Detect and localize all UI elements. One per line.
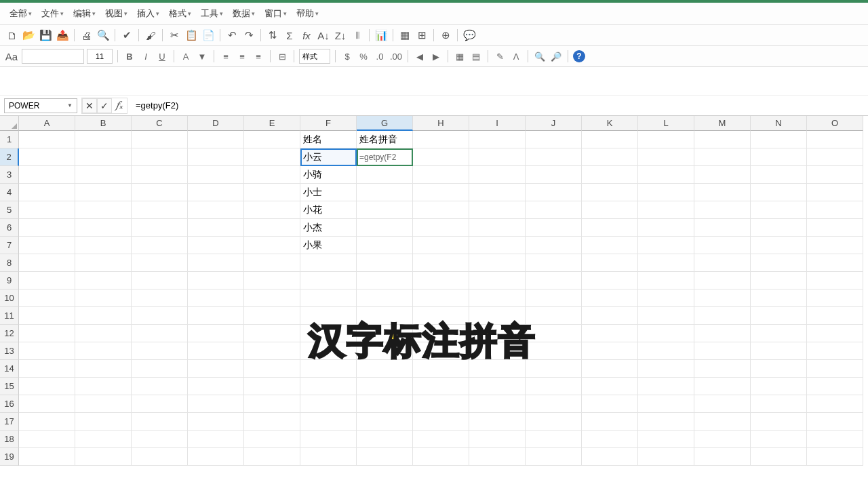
zoom-icon[interactable]: 🔎	[549, 49, 563, 63]
cell-J2[interactable]	[526, 148, 582, 166]
cell-N10[interactable]	[751, 289, 807, 307]
cell-M5[interactable]	[694, 201, 751, 219]
row-header-16[interactable]: 16	[0, 395, 19, 413]
cell-I18[interactable]	[469, 431, 526, 448]
cell-G6[interactable]	[357, 219, 413, 237]
print-icon[interactable]: 🖨	[79, 28, 94, 43]
export-icon[interactable]: 📤	[55, 28, 70, 43]
cell-J14[interactable]	[526, 360, 582, 378]
cell-F1[interactable]: 姓名	[300, 131, 357, 148]
cell-C10[interactable]	[132, 289, 188, 307]
cell-L18[interactable]	[638, 431, 694, 448]
cell-D18[interactable]	[188, 431, 244, 448]
cell-D11[interactable]	[188, 307, 244, 325]
cell-M8[interactable]	[694, 254, 751, 272]
cell-H7[interactable]	[413, 237, 469, 254]
cell-K12[interactable]	[582, 325, 638, 342]
new-icon[interactable]: 🗋	[4, 28, 19, 43]
cell-A17[interactable]	[19, 413, 75, 431]
select-all-corner[interactable]	[0, 116, 19, 131]
cell-B13[interactable]	[75, 342, 132, 360]
cell-A11[interactable]	[19, 307, 75, 325]
cell-K4[interactable]	[582, 184, 638, 201]
cell-D16[interactable]	[188, 395, 244, 413]
cell-E5[interactable]	[244, 201, 300, 219]
cell-O16[interactable]	[807, 395, 863, 413]
spell-icon[interactable]: ✔	[119, 28, 134, 43]
cell-F19[interactable]	[300, 448, 357, 466]
cell-D8[interactable]	[188, 254, 244, 272]
cell-B12[interactable]	[75, 325, 132, 342]
cell-A9[interactable]	[19, 272, 75, 289]
cell-D10[interactable]	[188, 289, 244, 307]
cell-C14[interactable]	[132, 360, 188, 378]
cell-H11[interactable]	[413, 307, 469, 325]
cell-J5[interactable]	[526, 201, 582, 219]
cell-E13[interactable]	[244, 342, 300, 360]
cell-F9[interactable]	[300, 272, 357, 289]
cell-I10[interactable]	[469, 289, 526, 307]
cell-N16[interactable]	[751, 395, 807, 413]
cell-C11[interactable]	[132, 307, 188, 325]
sum-icon[interactable]: Σ	[282, 28, 297, 43]
menu-data[interactable]: 数据▾	[229, 5, 259, 22]
cell-J17[interactable]	[526, 413, 582, 431]
cell-E9[interactable]	[244, 272, 300, 289]
cell-J12[interactable]	[526, 325, 582, 342]
col-header-I[interactable]: I	[469, 116, 526, 131]
cell-N1[interactable]	[751, 131, 807, 148]
cell-I7[interactable]	[469, 237, 526, 254]
cell-I13[interactable]	[469, 342, 526, 360]
cell-E15[interactable]	[244, 378, 300, 395]
cell-L2[interactable]	[638, 148, 694, 166]
cell-F13[interactable]	[300, 342, 357, 360]
cell-E14[interactable]	[244, 360, 300, 378]
percent-icon[interactable]: %	[357, 49, 370, 63]
cell-K2[interactable]	[582, 148, 638, 166]
cell-O11[interactable]	[807, 307, 863, 325]
cell-G8[interactable]	[357, 254, 413, 272]
fx-icon[interactable]: fx	[299, 28, 314, 43]
cell-H16[interactable]	[413, 395, 469, 413]
cell-N6[interactable]	[751, 219, 807, 237]
cell-style-select[interactable]	[299, 49, 330, 64]
decimal-inc-icon[interactable]: .0	[373, 49, 387, 63]
find-icon[interactable]: 🔍	[533, 49, 547, 63]
row-header-14[interactable]: 14	[0, 360, 19, 378]
cell-I6[interactable]	[469, 219, 526, 237]
cell-E12[interactable]	[244, 325, 300, 342]
cell-K17[interactable]	[582, 413, 638, 431]
cell-C15[interactable]	[132, 378, 188, 395]
cell-N14[interactable]	[751, 360, 807, 378]
row-header-9[interactable]: 9	[0, 272, 19, 289]
cell-K13[interactable]	[582, 342, 638, 360]
cell-G3[interactable]	[357, 166, 413, 184]
menu-all[interactable]: 全部▾	[5, 5, 36, 22]
cell-B16[interactable]	[75, 395, 132, 413]
cell-J6[interactable]	[526, 219, 582, 237]
cell-C6[interactable]	[132, 219, 188, 237]
cell-H12[interactable]	[413, 325, 469, 342]
cell-K18[interactable]	[582, 431, 638, 448]
cell-J1[interactable]	[526, 131, 582, 148]
cell-B1[interactable]	[75, 131, 132, 148]
cell-K8[interactable]	[582, 254, 638, 272]
cell-F17[interactable]	[300, 413, 357, 431]
cell-J4[interactable]	[526, 184, 582, 201]
cell-N3[interactable]	[751, 166, 807, 184]
cell-B9[interactable]	[75, 272, 132, 289]
cell-H1[interactable]	[413, 131, 469, 148]
formula-accept-button[interactable]: ✓	[97, 98, 112, 113]
cell-L19[interactable]	[638, 448, 694, 466]
fill-color-icon[interactable]: ▼	[195, 49, 209, 63]
cell-O1[interactable]	[807, 131, 863, 148]
cell-D17[interactable]	[188, 413, 244, 431]
cell-I17[interactable]	[469, 413, 526, 431]
cell-B10[interactable]	[75, 289, 132, 307]
cell-H10[interactable]	[413, 289, 469, 307]
cell-E7[interactable]	[244, 237, 300, 254]
cell-E2[interactable]	[244, 148, 300, 166]
cell-M7[interactable]	[694, 237, 751, 254]
cell-M12[interactable]	[694, 325, 751, 342]
cell-H6[interactable]	[413, 219, 469, 237]
